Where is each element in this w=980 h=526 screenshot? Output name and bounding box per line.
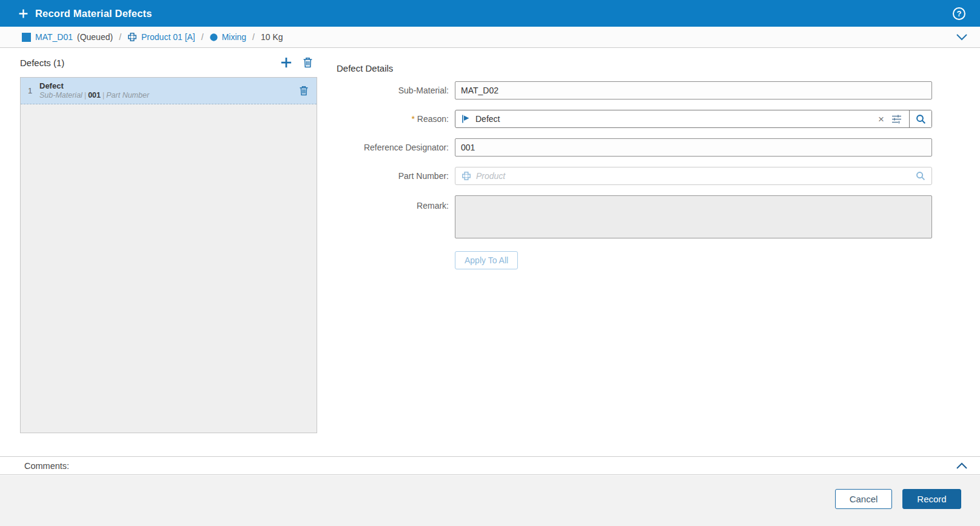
record-button[interactable]: Record (902, 489, 961, 509)
defect-item-index: 1 (21, 86, 39, 95)
apply-row: Apply To All (337, 251, 932, 269)
defect-item-sub-material: Sub-Material (39, 91, 82, 99)
comments-section: Comments: (0, 456, 980, 475)
sub-material-row: Sub-Material: (337, 81, 932, 99)
help-glyph: ? (957, 9, 962, 18)
search-icon (916, 114, 926, 124)
reason-row: *Reason: Defect × (337, 110, 932, 128)
add-defect-icon[interactable] (280, 56, 292, 69)
remark-textarea[interactable] (455, 195, 932, 238)
chevron-up-icon[interactable] (956, 462, 968, 470)
filter-options-icon[interactable] (891, 115, 902, 124)
product-icon (461, 171, 471, 181)
defect-details-title: Defect Details (337, 63, 932, 76)
material-icon (22, 33, 31, 42)
reference-designator-input[interactable] (455, 138, 932, 157)
defect-list-item[interactable]: 1 Defect Sub-Material|001|Part Number (21, 78, 317, 104)
cancel-button[interactable]: Cancel (835, 489, 892, 509)
part-number-row: Part Number: Product (337, 167, 932, 185)
reason-label-text: Reason: (417, 114, 449, 124)
clear-reason-button[interactable]: × (876, 114, 887, 124)
apply-to-all-button[interactable]: Apply To All (455, 251, 518, 269)
breadcrumb-operation[interactable]: Mixing (210, 32, 246, 42)
footer-bar: Cancel Record (0, 476, 980, 526)
title-bar: Record Material Defects ? (0, 0, 980, 27)
defect-item-body: Defect Sub-Material|001|Part Number (39, 81, 299, 101)
sub-material-input[interactable] (455, 81, 932, 99)
part-number-field[interactable]: Product (455, 167, 932, 185)
page-title: Record Material Defects (35, 8, 152, 19)
defect-item-subtitle: Sub-Material|001|Part Number (39, 91, 299, 101)
material-status: (Queued) (77, 32, 113, 42)
chevron-down-icon[interactable] (956, 33, 968, 41)
part-number-placeholder: Product (476, 171, 505, 181)
breadcrumb-material[interactable]: MAT_D01 (Queued) (22, 32, 113, 42)
product-icon (127, 32, 137, 42)
breadcrumb-separator: / (119, 32, 121, 42)
product-link[interactable]: Product 01 [A] (141, 32, 195, 42)
sub-material-label: Sub-Material: (337, 86, 449, 95)
remark-label: Remark: (337, 195, 449, 211)
reason-value: Defect (475, 114, 500, 124)
defects-list: 1 Defect Sub-Material|001|Part Number (20, 77, 317, 433)
breadcrumb-product[interactable]: Product 01 [A] (127, 32, 195, 42)
defects-panel-header: Defects (1) (20, 48, 317, 77)
part-number-label: Part Number: (337, 171, 449, 181)
defects-panel-title: Defects (1) (20, 58, 64, 68)
reason-field[interactable]: Defect × (455, 110, 932, 128)
reason-label: *Reason: (337, 114, 449, 124)
remark-row: Remark: (337, 195, 932, 238)
search-icon[interactable] (916, 171, 925, 181)
breadcrumb-separator: / (252, 32, 255, 42)
subtitle-separator: | (84, 91, 86, 99)
help-button[interactable]: ? (953, 7, 965, 20)
delete-all-defects-icon[interactable] (303, 57, 313, 68)
reference-designator-row: Reference Designator: (337, 138, 932, 157)
operation-icon (210, 33, 218, 41)
delete-defect-icon[interactable] (299, 86, 309, 96)
defect-item-reference: 001 (88, 91, 101, 99)
reference-designator-label: Reference Designator: (337, 143, 449, 152)
operation-link[interactable]: Mixing (222, 32, 246, 42)
defect-details-form: Sub-Material: *Reason: Defect × Referenc… (337, 81, 932, 269)
add-icon (18, 8, 29, 19)
comments-label: Comments: (24, 461, 69, 471)
breadcrumb-quantity: 10 Kg (261, 32, 283, 42)
defect-details-panel: Defect Details Sub-Material: *Reason: De… (337, 48, 932, 269)
defects-panel: Defects (1) 1 Defect Sub-Material|001|Pa… (20, 48, 317, 433)
defect-item-title: Defect (39, 81, 299, 91)
defect-item-part: Part Number (106, 91, 149, 99)
subtitle-separator: | (102, 91, 104, 99)
flag-icon (461, 115, 470, 123)
material-link[interactable]: MAT_D01 (35, 32, 73, 42)
reason-search-button[interactable] (909, 110, 931, 127)
required-asterisk: * (411, 114, 414, 124)
breadcrumb: MAT_D01 (Queued) / Product 01 [A] / Mixi… (0, 27, 980, 48)
breadcrumb-separator: / (201, 32, 204, 42)
